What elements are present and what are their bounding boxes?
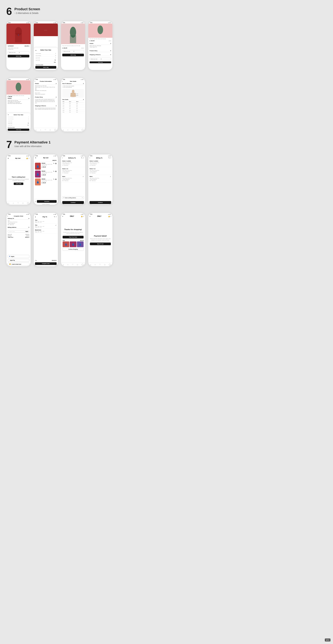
size-row-xl[interactable]: Last 1 left XL bbox=[35, 59, 56, 61]
profile-icon-fail[interactable]: ◯ bbox=[109, 264, 111, 266]
profile-icon-ce[interactable]: ◯ bbox=[27, 202, 29, 204]
continue-btn-delivery[interactable]: Continue bbox=[62, 201, 84, 204]
credit-btn[interactable]: 💳 Credit & Debit Card bbox=[8, 262, 29, 266]
add-bag-btn-4[interactable]: Add to bag bbox=[89, 62, 111, 63]
back-icon-6[interactable]: ‹ bbox=[35, 80, 35, 82]
search-icon-ce[interactable]: ○ bbox=[13, 202, 14, 204]
edit-icon-1[interactable]: ✎ bbox=[53, 163, 54, 164]
continue-shopping-success[interactable]: Continue Shopping bbox=[63, 248, 84, 251]
menu-icon-cart-empty[interactable]: ≡ bbox=[8, 157, 9, 159]
delete-icon-3[interactable]: 🗑 bbox=[55, 178, 57, 180]
shipping-toggle-6[interactable]: Shipping & Returns ∧ bbox=[35, 104, 57, 107]
size-select-4[interactable]: Select your size ⊞ bbox=[89, 58, 111, 60]
add-icon-delivery[interactable]: + bbox=[83, 157, 84, 159]
checkbox-same-billing[interactable]: ☐ bbox=[63, 197, 64, 198]
close-icon-2[interactable]: ✕ bbox=[35, 50, 36, 51]
overlay-nav-5: View Size Guide › bbox=[8, 126, 29, 128]
details-toggle-6[interactable]: Details ∧ bbox=[35, 82, 57, 85]
billing-address-london[interactable]: Home / London 4304, Benson Park DriveYOU… bbox=[88, 160, 112, 167]
size-row-5-xxl[interactable]: Last 1 left XXL bbox=[8, 124, 29, 126]
bag-icon-cart-empty[interactable]: □ bbox=[28, 158, 29, 159]
home-icon-6[interactable]: ⌂ bbox=[35, 129, 36, 131]
bell-icon-success[interactable]: 🔔 bbox=[81, 216, 83, 217]
bag-icon-7[interactable]: □ bbox=[77, 129, 78, 131]
search-icon-6[interactable]: ○ bbox=[40, 129, 41, 131]
coupon-apply[interactable]: Apply bbox=[25, 231, 28, 232]
back-icon-complete[interactable]: ‹ bbox=[7, 215, 8, 217]
heart-icon-7[interactable]: ♡ bbox=[72, 129, 73, 131]
bell-icon-fail[interactable]: 🔔 bbox=[108, 216, 110, 217]
back-cart-btn[interactable]: Back To Cart bbox=[90, 242, 111, 245]
edit-icon-3[interactable]: ✎ bbox=[53, 178, 54, 180]
continue-shopping[interactable]: Continue Shopping bbox=[34, 204, 58, 205]
heart-icon-success[interactable]: ♡ bbox=[72, 264, 73, 266]
payment-mastercard[interactable]: MasterCard xxxx - xxxx - xxxx - xxxxExpi… bbox=[34, 229, 58, 234]
address-la[interactable]: Home / LA 4304, Benson Park DriveYOUNG A… bbox=[61, 167, 85, 175]
bag-icon-fail[interactable]: □ bbox=[110, 216, 111, 217]
story-toggle-6[interactable]: Product Story ∧ bbox=[35, 96, 57, 98]
close-icon-cart[interactable]: ✕ bbox=[35, 157, 36, 159]
address-work[interactable]: ✓ Work 4304, Benson Park DriveYOUNG AMER… bbox=[61, 175, 85, 182]
heart-icon-ce[interactable]: ♡ bbox=[17, 202, 19, 204]
add-bag-btn-3[interactable]: Add to bag bbox=[62, 54, 84, 56]
track-order-btn[interactable]: Track Your Order bbox=[63, 236, 84, 238]
how-to-measure-header[interactable]: How To Measure ∧ bbox=[62, 82, 84, 85]
details-header-4[interactable]: Details ∧ bbox=[89, 42, 111, 45]
address-london[interactable]: Home / London 4304, Benson Park DriveYOU… bbox=[61, 160, 85, 167]
home-icon-success[interactable]: ⌂ bbox=[63, 264, 64, 266]
delete-icon-2[interactable]: 🗑 bbox=[55, 170, 57, 172]
add-bag-btn-2[interactable]: Add to bag bbox=[35, 66, 56, 69]
pay-total: Pay 190,30 £ bbox=[34, 259, 58, 262]
size-guide-table-header[interactable]: Size Guide ∧ bbox=[62, 98, 84, 101]
edit-icon-delivery[interactable]: ✎ bbox=[81, 157, 82, 159]
search-icon-7[interactable]: ○ bbox=[67, 129, 68, 131]
profile-icon-6[interactable]: ◯ bbox=[54, 129, 56, 131]
same-billing-row[interactable]: ☐ Same as Billing Address ✓ bbox=[62, 196, 84, 199]
bag-icon-success[interactable]: □ bbox=[83, 216, 84, 217]
edit-icon-pay[interactable]: ✎ bbox=[54, 216, 55, 218]
heart-icon-fail[interactable]: ♡ bbox=[99, 264, 101, 266]
story-header-4[interactable]: Product Story ∨ bbox=[89, 50, 111, 52]
paypal-btn[interactable]: P PayPal bbox=[8, 255, 29, 258]
edit-icon-2[interactable]: ✎ bbox=[53, 170, 54, 172]
apple-pay-btn[interactable]: Apple Pay bbox=[8, 259, 29, 262]
status-time-7: 9:41 bbox=[63, 79, 65, 80]
continue-btn-billing[interactable]: Continue bbox=[89, 201, 111, 204]
home-icon-ce[interactable]: ⌂ bbox=[8, 202, 9, 204]
back-icon-7[interactable]: ‹ bbox=[62, 80, 62, 82]
payment-visa-1[interactable]: Visa xxxx - xxxx - xxxx - xxxxExpiry: xx… bbox=[34, 219, 58, 224]
home-icon-7[interactable]: ⌂ bbox=[63, 129, 64, 131]
size-select-1[interactable]: Select your size ⊞ bbox=[8, 51, 29, 54]
shipping-header-4[interactable]: Shipping & Returns ∨ bbox=[89, 54, 111, 56]
billing-address-la[interactable]: Home / LA 4304, Benson Park DriveYOUNG A… bbox=[88, 167, 112, 175]
bell-icon-cart-empty[interactable]: 🔔 bbox=[26, 158, 28, 159]
add-bag-btn-5[interactable]: Add to bag bbox=[8, 128, 29, 131]
search-icon-success[interactable]: ○ bbox=[67, 264, 68, 266]
checkout-btn[interactable]: Checkout bbox=[37, 200, 57, 203]
size-row-xxl[interactable]: XXL bbox=[35, 61, 56, 64]
edit-icon-billing[interactable]: ✎ bbox=[108, 157, 110, 159]
heart-icon-6[interactable]: ♡ bbox=[45, 129, 46, 131]
profile-icon-success[interactable]: ◯ bbox=[81, 264, 83, 266]
bag-icon-success[interactable]: □ bbox=[77, 264, 78, 266]
size-select-3[interactable]: Select your size ⊞ bbox=[62, 50, 84, 52]
explore-btn[interactable]: EXPLORE bbox=[14, 182, 23, 185]
home-icon-fail[interactable]: ⌂ bbox=[90, 264, 91, 266]
complete-order-btn[interactable]: Complete Order bbox=[35, 262, 57, 265]
bag-icon-6[interactable]: □ bbox=[50, 129, 51, 131]
profile-icon-7[interactable]: ◯ bbox=[81, 129, 83, 131]
delete-icon-1[interactable]: 🗑 bbox=[55, 163, 57, 164]
add-icon-billing[interactable]: + bbox=[110, 157, 111, 159]
close-icon-5[interactable]: ✕ bbox=[8, 114, 9, 116]
add-bag-btn-1[interactable]: Add to bag bbox=[8, 55, 29, 58]
bag-icon-fail[interactable]: □ bbox=[104, 264, 105, 266]
search-icon-fail[interactable]: ○ bbox=[95, 264, 96, 266]
payment-visa-2[interactable]: ✓ Visa xxxx - xxxx - xxxx - xxxxExpiry: … bbox=[34, 224, 58, 229]
view-size-guide-2[interactable]: View Size Guide bbox=[36, 64, 43, 65]
view-size-guide-5[interactable]: View Size Guide bbox=[8, 127, 15, 128]
coupon-row[interactable]: Coupon Code Apply bbox=[8, 230, 29, 232]
add-icon-pay[interactable]: + bbox=[56, 216, 57, 218]
size-row-5-xl[interactable]: Last 2 left XL bbox=[8, 122, 29, 124]
billing-address-work[interactable]: ✓ Work 4304, Benson Park DriveYOUNG AMER… bbox=[88, 175, 112, 182]
bag-icon-ce[interactable]: □ bbox=[22, 202, 23, 204]
